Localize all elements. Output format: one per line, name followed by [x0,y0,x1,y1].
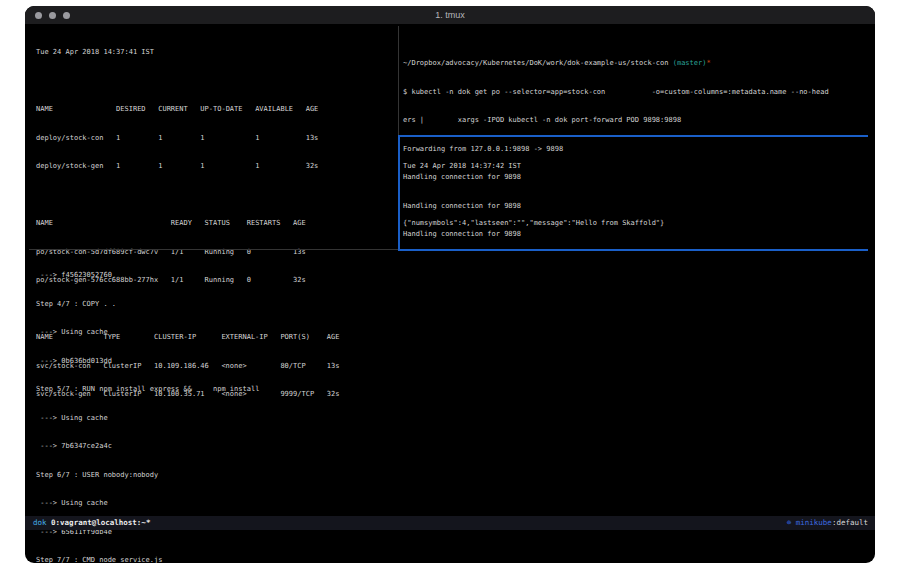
table-row: deploy/stock-con111113s [36,134,396,144]
build-line: Step 7/7 : CMD node service.js [36,556,868,563]
column-header: DESIRED [116,105,158,115]
table-row: deploy/stock-gen111132s [36,162,396,172]
pane-divider-horizontal[interactable] [29,249,398,250]
json-response: {"numsymbols":4,"lastseen":"","message":… [403,219,868,229]
column-header: UP-TO-DATE [200,105,255,115]
pane-curl-response[interactable]: Tue 24 Apr 2018 14:37:42 IST {"numsymbol… [403,143,868,248]
window-titlebar: 1. tmux [25,6,875,25]
column-header: AVAILABLE [255,105,306,115]
terminal-line: ers | xargs -IPOD kubectl -n dok port-fo… [403,116,868,126]
build-line: ---> f45623052760 [36,271,868,281]
column-header: READY [171,219,205,229]
tmux-status-bar: dok 0:vagrant@localhost:~* ☸ minikube:de… [25,516,875,530]
active-pane-border-left[interactable] [398,135,400,251]
prompt-path: ~/Dropbox/advocacy/Kubernetes/DoK/work/d… [403,59,673,67]
column-header: CURRENT [158,105,200,115]
column-header: STATUS [205,219,247,229]
active-pane-border-top[interactable] [398,135,868,137]
column-header: NAME [36,219,171,229]
current-window-label[interactable]: 0:vagrant@localhost:~* [51,518,150,527]
build-line: ---> 0b636bd013dd [36,357,868,367]
watch-timestamp: Tue 24 Apr 2018 14:37:41 IST [36,48,396,58]
column-header: AGE [293,219,306,229]
session-name: dok [33,518,47,527]
build-line: ---> 7b6347ce2a4c [36,442,868,452]
kube-namespace: :default [832,518,868,527]
git-dirty-indicator: * [706,59,710,67]
git-branch: (master) [673,59,707,67]
status-right-segment: ☸ minikube:default [787,516,868,530]
status-left-segment: dok 0:vagrant@localhost:~* [33,516,150,530]
build-line: ---> Using cache [36,414,868,424]
build-line: Step 5/7 : RUN npm install express && np… [36,385,868,395]
build-line: ---> Using cache [36,499,868,509]
deployments-header-row: NAMEDESIREDCURRENTUP-TO-DATEAVAILABLEAGE [36,105,396,115]
build-line: Step 6/7 : USER nobody:nobody [36,471,868,481]
active-pane-border-bottom[interactable] [398,249,868,251]
column-header: AGE [306,105,319,115]
pane-divider-vertical[interactable] [398,26,399,135]
build-line: Step 4/7 : COPY . . [36,300,868,310]
column-header: NAME [36,105,116,115]
shell-prompt-line: ~/Dropbox/advocacy/Kubernetes/DoK/work/d… [403,59,868,69]
window-title: 1. tmux [25,10,875,20]
curl-timestamp: Tue 24 Apr 2018 14:37:42 IST [403,162,868,172]
pods-header-row: NAMEREADYSTATUSRESTARTSAGE [36,219,396,229]
kube-context: minikube [796,518,832,527]
terminal-window: 1. tmux Tue 24 Apr 2018 14:37:41 IST NAM… [25,6,875,563]
column-header: RESTARTS [247,219,293,229]
build-line: ---> Using cache [36,328,868,338]
terminal-line: $ kubectl -n dok get po --selector=app=s… [403,88,868,98]
